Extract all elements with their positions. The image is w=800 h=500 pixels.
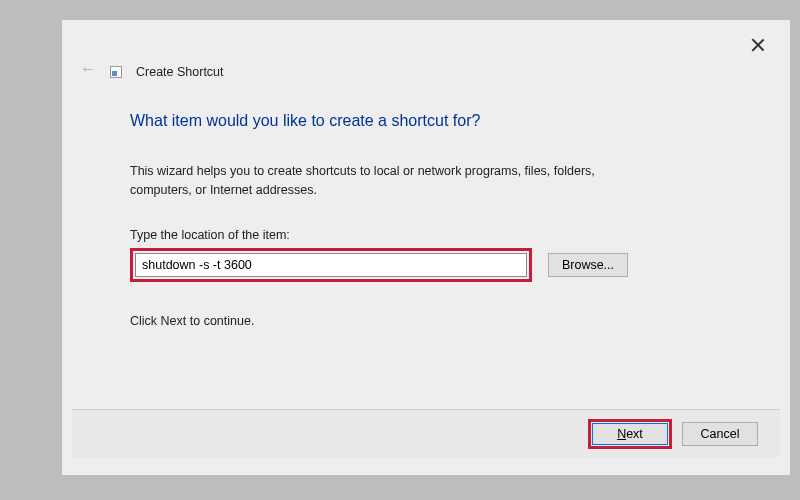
location-input[interactable] <box>135 253 527 277</box>
location-label: Type the location of the item: <box>130 228 740 242</box>
next-highlight: Next <box>588 419 672 449</box>
dialog-footer: Next Cancel <box>72 409 780 457</box>
browse-button[interactable]: Browse... <box>548 253 628 277</box>
close-icon[interactable] <box>751 38 765 52</box>
location-row: Browse... <box>130 248 740 282</box>
wizard-content: What item would you like to create a sho… <box>130 112 740 328</box>
dialog-header: Create Shortcut <box>80 65 224 79</box>
location-highlight <box>130 248 532 282</box>
create-shortcut-dialog: Create Shortcut What item would you like… <box>62 20 790 475</box>
cancel-button[interactable]: Cancel <box>682 422 758 446</box>
wizard-description: This wizard helps you to create shortcut… <box>130 162 650 200</box>
next-rest: ext <box>626 427 643 441</box>
dialog-title: Create Shortcut <box>136 65 224 79</box>
next-button[interactable]: Next <box>592 423 668 445</box>
wizard-heading: What item would you like to create a sho… <box>130 112 740 130</box>
next-underline: N <box>617 427 626 441</box>
back-arrow-icon[interactable] <box>80 65 98 79</box>
continue-hint: Click Next to continue. <box>130 314 740 328</box>
shortcut-icon <box>110 66 122 78</box>
